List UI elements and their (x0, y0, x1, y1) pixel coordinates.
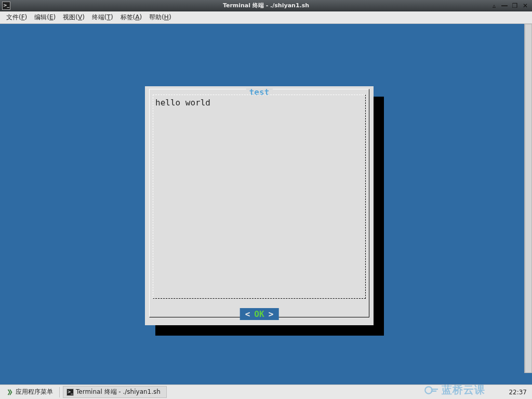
xfce-logo-icon (6, 389, 14, 396)
terminal-viewport[interactable]: test hello world < OK > (5, 24, 524, 373)
ok-angle-left: < (245, 309, 250, 319)
scrollbar-thumb[interactable] (525, 24, 532, 373)
svg-rect-2 (431, 390, 437, 391)
menu-tabs[interactable]: 标签(A) (117, 12, 145, 23)
dialog-inner-frame (153, 95, 366, 299)
rollup-icon[interactable]: ▵ (490, 2, 498, 9)
applications-menu-label: 应用程序菜单 (16, 388, 53, 396)
menu-terminal[interactable]: 终端(T) (89, 12, 116, 23)
terminal-scrollbar[interactable] (524, 24, 532, 373)
maximize-icon[interactable]: ❐ (511, 2, 518, 9)
menu-file[interactable]: 文件(F) (3, 12, 30, 23)
dialog-frame: test (149, 89, 369, 317)
applications-menu-button[interactable]: 应用程序菜单 (3, 387, 56, 397)
window-titlebar: >_ Terminal 终端 - ./shiyan1.sh ▵ ― ❐ ✕ (0, 0, 532, 11)
taskbar-clock: 22:37 (509, 389, 529, 396)
terminal-app-icon: >_ (2, 2, 10, 10)
dialog-message: hello world (155, 98, 210, 108)
menu-edit[interactable]: 编辑(E) (31, 12, 59, 23)
ok-angle-right: > (269, 309, 274, 319)
desktop-taskbar: 应用程序菜单 >_ Terminal 终端 - ./shiyan1.sh 蓝桥云… (0, 384, 532, 399)
window-controls: ▵ ― ❐ ✕ (490, 2, 532, 9)
terminal-icon: >_ (66, 389, 74, 396)
menu-help[interactable]: 帮助(H) (146, 12, 174, 23)
whiptail-dialog: test hello world < OK > (145, 86, 374, 325)
taskbar-divider (59, 387, 60, 397)
terminal-container: test hello world < OK > (0, 24, 532, 384)
taskbar-task-terminal[interactable]: >_ Terminal 终端 - ./shiyan1.sh (63, 386, 167, 398)
watermark: 蓝桥云课 (424, 383, 485, 397)
ok-button[interactable]: < OK > (240, 308, 279, 320)
ok-label: OK (250, 309, 268, 319)
taskbar-task-label: Terminal 终端 - ./shiyan1.sh (76, 388, 161, 396)
menu-bar: 文件(F) 编辑(E) 视图(V) 终端(T) 标签(A) 帮助(H) (0, 11, 532, 24)
svg-point-0 (425, 387, 432, 394)
close-icon[interactable]: ✕ (522, 2, 529, 9)
minimize-icon[interactable]: ― (501, 2, 508, 9)
window-title: Terminal 终端 - ./shiyan1.sh (223, 2, 309, 9)
svg-rect-1 (431, 389, 438, 390)
menu-view[interactable]: 视图(V) (60, 12, 88, 23)
